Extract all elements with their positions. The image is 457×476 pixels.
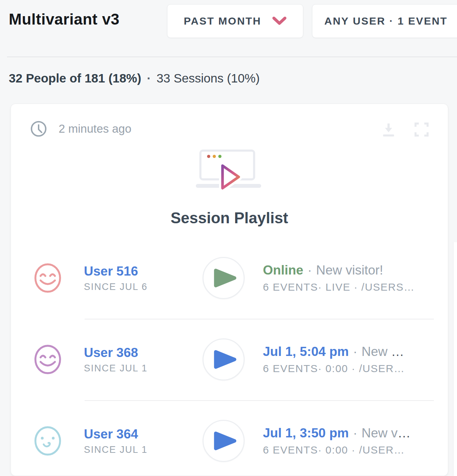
- status-separator: ·: [307, 263, 312, 277]
- clock-icon: [30, 120, 47, 138]
- session-status-line: Jul 1, 5:04 pm·New …: [263, 344, 405, 359]
- card-toolbar: [380, 121, 430, 138]
- session-meta: 6 EVENTS· LIVE · /USERS…: [263, 281, 415, 293]
- people-count: 32 People of 181 (18%): [9, 71, 141, 85]
- header-divider: [7, 57, 457, 57]
- play-session-button[interactable]: [203, 338, 245, 381]
- date-range-label: PAST MONTH: [184, 15, 261, 27]
- session-meta: 6 EVENTS· 0:00 · /USER…: [263, 363, 405, 375]
- session-time: Online: [263, 263, 303, 277]
- sessions-count: 33 Sessions (10%): [157, 71, 260, 85]
- user-since: SINCE JUL 1: [84, 363, 189, 374]
- summary-separator: ·: [147, 71, 151, 85]
- session-rows: User 516 SINCE JUL 6 Online·New visitor!…: [11, 237, 448, 476]
- play-session-button[interactable]: [203, 420, 245, 462]
- user-link[interactable]: User 364: [84, 427, 189, 442]
- session-time: Jul 1, 5:04 pm: [263, 344, 349, 359]
- download-icon[interactable]: [380, 121, 397, 138]
- play-icon: [213, 349, 238, 370]
- user-link[interactable]: User 368: [84, 345, 189, 360]
- adjacent-panel-edge: [453, 242, 457, 476]
- session-player-illustration: [194, 150, 265, 192]
- page-title: Multivariant v3: [9, 11, 120, 28]
- session-status: Jul 1, 5:04 pm·New … 6 EVENTS· 0:00 · /U…: [263, 344, 405, 375]
- user-info: User 516 SINCE JUL 6: [84, 264, 189, 292]
- user-filter-label: ANY USER · 1 EVENT: [324, 15, 448, 27]
- session-row[interactable]: User 364 SINCE JUL 1 Jul 1, 3:50 pm·New …: [11, 400, 448, 476]
- session-label: New visitor!: [316, 263, 383, 277]
- user-since: SINCE JUL 6: [84, 282, 189, 292]
- session-time: Jul 1, 3:50 pm: [263, 426, 349, 440]
- row-divider: [85, 319, 434, 319]
- user-filter-dropdown[interactable]: ANY USER · 1 EVENT: [312, 4, 457, 38]
- session-label: New v: [362, 426, 398, 440]
- session-row[interactable]: User 368 SINCE JUL 1 Jul 1, 5:04 pm·New …: [11, 319, 448, 400]
- app-screen: Multivariant v3 PAST MONTH ANY USER · 1 …: [0, 0, 457, 476]
- happy-smiley-icon: [33, 344, 62, 375]
- session-row[interactable]: User 516 SINCE JUL 6 Online·New visitor!…: [11, 237, 448, 319]
- window-dots-icon: [207, 155, 221, 158]
- last-updated-text: 2 minutes ago: [59, 122, 131, 135]
- session-label: New: [362, 344, 391, 359]
- playlist-title: Session Playlist: [11, 209, 448, 227]
- status-separator: ·: [353, 344, 357, 359]
- user-info: User 368 SINCE JUL 1: [84, 345, 189, 374]
- session-status-line: Online·New visitor!: [263, 263, 415, 278]
- gradient-play-icon: [220, 163, 242, 191]
- session-status-line: Jul 1, 3:50 pm·New v…: [263, 426, 411, 441]
- play-session-button[interactable]: [203, 257, 245, 299]
- session-status: Jul 1, 3:50 pm·New v… 6 EVENTS· 0:00 · /…: [263, 426, 411, 456]
- summary-stats: 32 People of 181 (18%)·33 Sessions (10%): [9, 71, 260, 85]
- session-status: Online·New visitor! 6 EVENTS· LIVE · /US…: [263, 263, 415, 293]
- user-link[interactable]: User 516: [84, 264, 189, 279]
- session-playlist-card: 2 minutes ago: [11, 104, 448, 476]
- truncation-ellipsis: …: [391, 344, 405, 359]
- play-icon: [213, 267, 238, 289]
- wink-smiley-icon: [33, 426, 62, 456]
- date-range-dropdown[interactable]: PAST MONTH: [167, 4, 303, 38]
- user-info: User 364 SINCE JUL 1: [84, 427, 189, 455]
- last-updated: 2 minutes ago: [30, 120, 131, 138]
- happy-smiley-icon: [33, 263, 62, 293]
- play-icon: [213, 430, 238, 451]
- truncation-ellipsis: …: [398, 426, 411, 440]
- status-separator: ·: [353, 426, 357, 440]
- row-divider: [85, 400, 434, 401]
- fullscreen-icon[interactable]: [413, 121, 430, 138]
- session-meta: 6 EVENTS· 0:00 · /USER…: [263, 444, 411, 456]
- chevron-down-icon: [272, 16, 287, 26]
- user-since: SINCE JUL 1: [84, 444, 189, 455]
